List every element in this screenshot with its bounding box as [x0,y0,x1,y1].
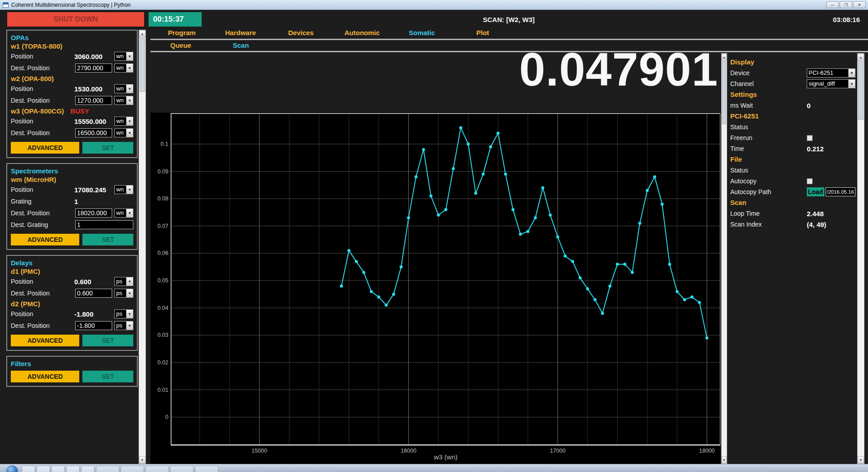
advanced-button[interactable]: ADVANCED [11,234,79,245]
taskbar-item[interactable] [22,466,35,472]
main-scrollbar[interactable]: ▲ ▼ [721,53,727,464]
autocopy-checkbox[interactable] [807,178,813,184]
dest-position-input[interactable] [75,209,112,218]
units-combo[interactable]: wn▼ [114,117,133,126]
dest-grating-input[interactable] [75,220,133,229]
tab-plot[interactable]: Plot [476,29,489,36]
close-button[interactable]: ✕ [853,1,866,8]
advanced-button[interactable]: ADVANCED [11,142,79,154]
taskbar-item[interactable] [96,466,119,472]
tab-scan[interactable]: Scan [233,41,249,49]
chevron-down-icon[interactable]: ▼ [848,80,855,88]
taskbar-item[interactable] [51,466,65,472]
units-combo[interactable]: wn▼ [114,96,133,105]
tab-somatic[interactable]: Somatic [409,29,435,36]
left-panel-scrollbar[interactable]: ▲ ▼ [139,30,146,464]
taskbar-item[interactable] [121,466,144,472]
chevron-down-icon[interactable]: ▼ [126,209,133,217]
tab-program[interactable]: Program [168,29,196,36]
taskbar-item[interactable] [36,466,50,472]
hardware-row: Position-1.800ps▼ [11,308,133,320]
maximize-button[interactable]: ❐ [840,1,852,8]
tab-devices[interactable]: Devices [288,29,314,36]
minimize-button[interactable]: ─ [826,1,839,8]
scroll-up-icon[interactable]: ▲ [139,30,145,37]
chevron-down-icon[interactable]: ▼ [126,322,133,330]
units-combo[interactable]: wn▼ [114,84,133,93]
dest-position-input[interactable] [75,64,112,73]
chevron-down-icon[interactable]: ▼ [126,129,133,137]
data-point [683,298,686,301]
units-combo[interactable]: ps▼ [114,309,133,318]
advanced-button[interactable]: ADVANCED [11,371,79,382]
units-combo[interactable]: ps▼ [114,321,133,330]
units-combo[interactable]: wn▼ [114,209,133,218]
advanced-button[interactable]: ADVANCED [11,335,79,346]
chevron-down-icon[interactable]: ▼ [126,310,133,318]
title-bar[interactable]: Coherent Multidimensional Spectroscopy |… [0,0,868,10]
taskbar-item[interactable] [66,466,80,472]
scroll-down-icon[interactable]: ▼ [858,456,864,463]
chevron-down-icon[interactable]: ▼ [126,85,133,93]
group-title: Delays [11,259,133,267]
set-button[interactable]: SET [82,142,133,154]
dest-position-input[interactable] [75,96,112,105]
set-button[interactable]: SET [82,371,133,382]
right-panel-scrollbar[interactable]: ▲ ▼ [857,53,864,464]
set-button[interactable]: SET [82,335,133,346]
scrollbar-thumb[interactable] [722,61,726,124]
chevron-down-icon[interactable]: ▼ [126,117,133,125]
scroll-up-icon[interactable]: ▲ [858,54,864,61]
taskbar[interactable] [0,464,868,472]
chevron-down-icon[interactable]: ▼ [126,289,133,297]
settings-row: Loop Time2.448 [730,208,855,219]
units-combo[interactable]: wn▼ [114,128,133,137]
autocopy-path-input[interactable] [826,187,855,196]
tab-hardware[interactable]: Hardware [225,29,256,36]
scroll-down-icon[interactable]: ▼ [722,456,727,463]
tab-autonomic[interactable]: Autonomic [344,29,380,36]
taskbar-item[interactable] [145,466,169,472]
freerun-checkbox[interactable] [807,135,813,141]
dest-position-input[interactable] [75,289,112,298]
chevron-down-icon[interactable]: ▼ [126,96,133,104]
section-title: d2 (PMC) [11,300,133,308]
units-combo[interactable]: wn▼ [114,64,133,73]
data-point [541,186,544,190]
shutdown-button[interactable]: SHUT DOWN [7,12,144,27]
scroll-up-icon[interactable]: ▲ [722,54,727,61]
taskbar-item[interactable] [195,466,218,472]
taskbar-item[interactable] [170,466,194,472]
start-button[interactable] [6,465,18,472]
taskbar-item[interactable] [81,466,95,472]
units-combo[interactable]: wn▼ [114,185,133,194]
dest-position-input[interactable] [75,128,112,137]
scrollbar-thumb[interactable] [858,61,863,120]
set-button[interactable]: SET [82,234,133,245]
channel-combo[interactable]: signal_diff▼ [807,79,855,88]
row-label: Position [11,278,74,285]
chevron-down-icon[interactable]: ▼ [126,52,133,60]
chevron-down-icon[interactable]: ▼ [848,69,855,77]
units-combo[interactable]: ps▼ [114,277,133,286]
hardware-row: Position15550.000wn▼ [11,115,133,127]
scrollbar-thumb[interactable] [140,38,145,92]
units-combo[interactable]: wn▼ [114,52,133,61]
scroll-down-icon[interactable]: ▼ [139,456,145,463]
position-readout: 15550.000 [74,118,112,125]
row-label: Dest. Position [11,129,75,136]
scan-chart[interactable]: 00.010.020.030.040.050.060.070.080.090.1… [150,113,720,464]
units-combo[interactable]: ps▼ [114,289,133,298]
device-combo[interactable]: PCI-6251▼ [807,68,855,77]
tab-queue[interactable]: Queue [170,41,191,49]
dest-position-input[interactable] [75,321,112,330]
chevron-down-icon[interactable]: ▼ [126,186,133,194]
data-point [579,277,582,280]
chevron-down-icon[interactable]: ▼ [126,64,133,72]
chevron-down-icon[interactable]: ▼ [126,277,133,286]
group-title: Filters [11,360,133,368]
plot-canvas[interactable]: 00.010.020.030.040.050.060.070.080.090.1… [150,113,720,464]
row-label: Autocopy [730,177,807,185]
load-button[interactable]: Load [807,187,824,196]
combo-value: wn [115,209,126,217]
